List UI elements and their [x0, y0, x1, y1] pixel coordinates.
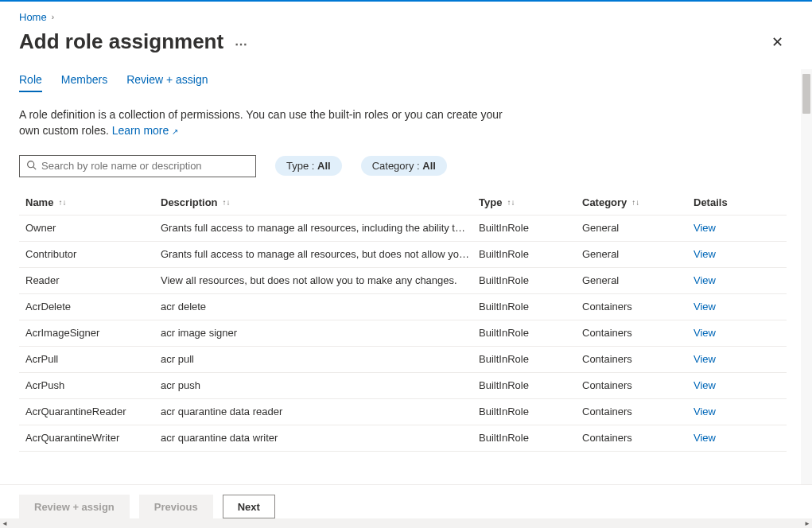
row-name: AcrQuarantineReader: [25, 406, 161, 417]
search-icon: [26, 160, 37, 173]
row-description: acr delete: [161, 301, 479, 313]
row-type: BuiltInRole: [479, 274, 582, 286]
table-row[interactable]: OwnerGrants full access to manage all re…: [19, 215, 787, 242]
table-row[interactable]: ContributorGrants full access to manage …: [19, 242, 787, 268]
roles-table: Name↑↓ Description↑↓ Type↑↓ Category↑↓ D…: [19, 190, 787, 452]
footer-actions: Review + assign Previous Next: [0, 484, 812, 518]
scroll-left-icon[interactable]: ◄: [2, 520, 8, 527]
view-link[interactable]: View: [694, 222, 773, 234]
col-category[interactable]: Category↑↓: [582, 196, 694, 208]
svg-point-0: [28, 161, 34, 167]
row-type: BuiltInRole: [479, 379, 582, 391]
vertical-scrollbar[interactable]: [801, 69, 812, 518]
tab-role[interactable]: Role: [19, 73, 42, 92]
row-type: BuiltInRole: [479, 222, 582, 234]
search-input[interactable]: [41, 160, 249, 172]
col-name[interactable]: Name↑↓: [25, 196, 161, 208]
row-type: BuiltInRole: [479, 248, 582, 260]
view-link[interactable]: View: [694, 379, 773, 391]
tabs: Role Members Review + assign: [19, 73, 787, 92]
filter-type-pill[interactable]: Type : All: [275, 156, 342, 176]
row-name: AcrDelete: [25, 301, 161, 313]
svg-line-1: [33, 167, 36, 169]
view-link[interactable]: View: [694, 248, 773, 260]
table-row[interactable]: AcrPullacr pullBuiltInRoleContainersView: [19, 347, 787, 373]
row-description: Grants full access to manage all resourc…: [161, 222, 479, 234]
previous-button[interactable]: Previous: [139, 495, 213, 518]
row-name: AcrPush: [25, 379, 161, 391]
row-category: Containers: [582, 301, 694, 313]
col-type[interactable]: Type↑↓: [479, 196, 582, 208]
row-description: acr push: [161, 379, 479, 391]
row-name: AcrImageSigner: [25, 327, 161, 339]
page-title: Add role assignment ⋯: [19, 29, 248, 54]
row-description: View all resources, but does not allow y…: [161, 274, 479, 286]
row-category: Containers: [582, 353, 694, 365]
next-button[interactable]: Next: [223, 495, 275, 518]
close-icon[interactable]: ✕: [768, 32, 787, 52]
review-assign-button[interactable]: Review + assign: [19, 495, 130, 518]
row-type: BuiltInRole: [479, 327, 582, 339]
chevron-right-icon: ›: [52, 13, 54, 21]
intro-text: A role definition is a collection of per…: [19, 107, 520, 139]
row-description: acr image signer: [161, 327, 479, 339]
view-link[interactable]: View: [694, 301, 773, 313]
sort-icon: ↑↓: [223, 198, 231, 207]
row-name: AcrPull: [25, 353, 161, 365]
row-category: Containers: [582, 379, 694, 391]
row-type: BuiltInRole: [479, 432, 582, 444]
page-title-text: Add role assignment: [19, 29, 223, 54]
sort-icon: ↑↓: [631, 198, 639, 207]
row-name: Reader: [25, 274, 161, 286]
external-link-icon: ↗: [172, 127, 178, 136]
row-description: acr quarantine data reader: [161, 406, 479, 417]
row-name: AcrQuarantineWriter: [25, 432, 161, 444]
view-link[interactable]: View: [694, 274, 773, 286]
table-row[interactable]: AcrPushacr pushBuiltInRoleContainersView: [19, 373, 787, 399]
row-description: Grants full access to manage all resourc…: [161, 248, 479, 260]
search-input-wrapper[interactable]: [19, 155, 256, 177]
row-category: General: [582, 248, 694, 260]
table-row[interactable]: AcrQuarantineReaderacr quarantine data r…: [19, 399, 787, 425]
table-row[interactable]: AcrImageSigneracr image signerBuiltInRol…: [19, 320, 787, 347]
view-link[interactable]: View: [694, 327, 773, 339]
sort-icon: ↑↓: [58, 198, 66, 207]
table-row[interactable]: AcrDeleteacr deleteBuiltInRoleContainers…: [19, 294, 787, 320]
learn-more-link[interactable]: Learn more ↗: [112, 124, 178, 137]
row-category: Containers: [582, 327, 694, 339]
scrollbar-thumb[interactable]: [802, 74, 810, 114]
filter-category-pill[interactable]: Category : All: [361, 156, 447, 176]
row-category: General: [582, 274, 694, 286]
more-icon[interactable]: ⋯: [235, 37, 248, 52]
breadcrumb: Home ›: [19, 11, 787, 23]
horizontal-scrollbar[interactable]: ◄ ►: [0, 518, 812, 528]
col-description[interactable]: Description↑↓: [161, 196, 479, 208]
intro-text-content: A role definition is a collection of per…: [19, 108, 503, 137]
table-header: Name↑↓ Description↑↓ Type↑↓ Category↑↓ D…: [19, 190, 787, 215]
row-type: BuiltInRole: [479, 301, 582, 313]
col-details: Details: [694, 196, 773, 208]
row-type: BuiltInRole: [479, 353, 582, 365]
row-category: Containers: [582, 432, 694, 444]
row-type: BuiltInRole: [479, 406, 582, 417]
row-name: Contributor: [25, 248, 161, 260]
row-name: Owner: [25, 222, 161, 234]
tab-members[interactable]: Members: [61, 73, 107, 92]
view-link[interactable]: View: [694, 432, 773, 444]
row-description: acr quarantine data writer: [161, 432, 479, 444]
scroll-right-icon[interactable]: ►: [804, 520, 810, 527]
tab-review-assign[interactable]: Review + assign: [126, 73, 208, 92]
row-category: Containers: [582, 406, 694, 417]
table-row[interactable]: ReaderView all resources, but does not a…: [19, 268, 787, 294]
table-row[interactable]: AcrQuarantineWriteracr quarantine data w…: [19, 425, 787, 452]
breadcrumb-home[interactable]: Home: [19, 11, 47, 23]
sort-icon: ↑↓: [507, 198, 515, 207]
row-description: acr pull: [161, 353, 479, 365]
view-link[interactable]: View: [694, 406, 773, 417]
view-link[interactable]: View: [694, 353, 773, 365]
row-category: General: [582, 222, 694, 234]
